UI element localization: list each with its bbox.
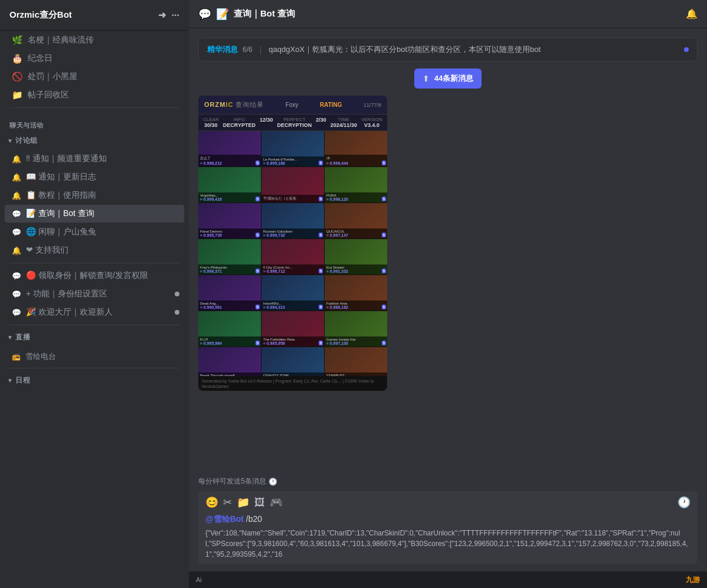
game-cell-10: Frey's Philosynto ≈ 0.998,371 5: [198, 239, 261, 275]
emoji-picker-button[interactable]: 😊: [205, 496, 218, 509]
game-cell-4: VirginNas... ≈ 0.999,416 5: [198, 167, 261, 202]
game-cell-16: R.I.P. ≈ 0.995,984 5: [198, 311, 261, 347]
stat-info: INFO DECRYPTED: [223, 117, 256, 128]
sidebar-item-chat[interactable]: 💬 🌐 闲聊｜户山兔兔: [5, 223, 184, 241]
image-icon[interactable]: 🖼: [254, 496, 265, 509]
pinned-indicator: [684, 47, 689, 52]
sidebar-item-support[interactable]: 🔔 ❤ 支持我们: [5, 241, 184, 259]
channel-bell-icon[interactable]: 🔔: [686, 8, 698, 19]
stat-info-value: DECRYPTED: [223, 122, 256, 128]
sidebar-item-radio[interactable]: 📻 雪绘电台: [5, 349, 184, 364]
cell-title-19: Break Through myself: [200, 374, 259, 376]
game-date-section: 11/77/8: [364, 102, 381, 108]
sidebar-item-query[interactable]: 💬 📝 查询｜Bot 查询: [5, 205, 184, 223]
schedule-toggle[interactable]: ▼ 日程: [0, 372, 189, 389]
discussion-group-toggle[interactable]: ▼ 讨论组: [0, 132, 189, 149]
cell-title-21: STARBU5T: [326, 374, 385, 376]
cell-score-17: ≈ 0.985,958: [263, 341, 322, 345]
sidebar-item-tutorial[interactable]: 🔔 📋 教程｜使用指南: [5, 187, 184, 204]
live-toggle[interactable]: ▼ 直播: [0, 329, 189, 346]
rate-limit-notice: 每分钟可发送5条消息 🕐: [198, 476, 698, 486]
bottom-bar-logo: 九游: [686, 575, 700, 585]
server-forward-icon[interactable]: ➜: [158, 9, 166, 21]
channel-name-icon: 📝: [216, 8, 229, 21]
divider-1: [9, 107, 179, 108]
stat-clear-label: CLEAR: [203, 117, 219, 122]
schedule-label: 日程: [15, 375, 30, 386]
game-grid: 怎么了 ≈ 0.998,212 5 Le Portrait d'Yombe...…: [198, 131, 387, 376]
cell-overlay-5: 千I望みなた（と征化: [261, 195, 324, 202]
sidebar-item-anniversary[interactable]: 🎂 纪念日: [5, 50, 184, 67]
game-cell-1: 怎么了 ≈ 0.998,212 5: [198, 131, 261, 166]
cell-overlay-7: Floral Dammo ≈ 0.995,739: [198, 228, 261, 239]
speaker-tutorial-icon: 🔔: [12, 191, 21, 200]
stat-time-label: TIME: [338, 117, 349, 122]
cell-title-5: 千I望みなた（と征化: [263, 196, 322, 201]
cell-rank-17: 5: [319, 341, 323, 345]
cell-rank-14: 5: [319, 305, 323, 309]
chat-identity-icon: 💬: [12, 272, 21, 280]
server-more-icon[interactable]: ···: [172, 10, 179, 21]
sidebar-item-meme[interactable]: 🌿 名梗｜经典咏流传: [5, 31, 184, 49]
cell-score-1: ≈ 0.998,212: [200, 161, 259, 165]
game-date: 11/77/8: [364, 102, 381, 108]
pinned-sep: |: [260, 45, 262, 54]
stat-clear: CLEAR 30/30: [203, 117, 219, 128]
game-cell-6: PURA ≈ 0.996,120 5: [325, 167, 387, 202]
stat-val1: 12/30: [260, 117, 273, 128]
cell-overlay-19: Break Through myself ≈ 0.984,899: [198, 373, 261, 376]
folder-icon[interactable]: 📁: [237, 496, 250, 509]
chat-activity-label: 聊天与活动: [0, 112, 189, 132]
sidebar-item-notice-important-label: ‼ 通知｜频道重要通知: [26, 153, 179, 164]
sidebar-item-identity[interactable]: 💬 🔴 领取身份｜解锁查询/发言权限: [5, 267, 184, 285]
cell-rank-3: 5: [382, 161, 386, 165]
cell-overlay-4: VirginNas... ≈ 0.999,416: [198, 192, 261, 202]
schedule-arrow-icon: ▼: [7, 377, 13, 384]
cell-overlay-20: GRAVITY ZONE ≈ 0.999,662: [261, 373, 324, 376]
activity-icon[interactable]: 🎮: [270, 496, 283, 509]
sidebar-item-notice-log-label: 📖 通知｜更新日志: [26, 172, 179, 182]
live-section: 📻 雪绘电台: [0, 346, 189, 364]
sidebar-item-notice-important[interactable]: 🔔 ‼ 通知｜频道重要通知: [5, 150, 184, 168]
sidebar-item-identity-label: 🔴 领取身份｜解锁查询/发言权限: [26, 270, 179, 281]
stat-val2-value: 2/30: [316, 117, 326, 123]
cell-bg-20: [261, 347, 324, 376]
sidebar-item-radio-label: 雪绘电台: [25, 351, 56, 362]
pinned-notice[interactable]: 精华消息 6/6 | qaqdgXoX｜乾狐离光：以后不再区分bot功能区和查分…: [198, 38, 698, 61]
server-header-actions: ➜ ···: [158, 9, 179, 21]
broadcast-icon: 📻: [12, 352, 21, 361]
game-cell-7: Floral Dammo ≈ 0.995,739 5: [198, 203, 261, 239]
scissors-icon[interactable]: ✂: [223, 496, 232, 509]
live-arrow-icon: ▼: [7, 334, 13, 341]
server-header[interactable]: Orzmic查分Bot ➜ ···: [0, 0, 189, 31]
cell-score-4: ≈ 0.999,416: [200, 197, 259, 201]
cell-rank-7: 5: [256, 233, 260, 237]
cell-overlay-2: Le Portrait d'Yombe... ≈ 0.995,168: [261, 156, 324, 166]
messages-area: 精华消息 6/6 | qaqdgXoX｜乾狐离光：以后不再区分bot功能区和查分…: [189, 28, 707, 472]
sidebar-item-welcome[interactable]: 💬 🎉 欢迎大厅｜欢迎新人: [5, 303, 184, 321]
game-cell-12: Era Stream ≈ 0.991,332 5: [325, 239, 387, 275]
sidebar-item-punishment[interactable]: 🚫 处罚｜小黑屋: [5, 68, 184, 86]
clock-icon[interactable]: 🕐: [677, 496, 690, 509]
message-text-area[interactable]: @雪绘Bot /b20: [205, 514, 690, 525]
cell-rank-4: 5: [256, 197, 260, 201]
cell-score-18: ≈ 0.997,100: [326, 341, 385, 345]
game-cell-11: Il City (Cronic Ini... ≈ 0.996,712 5: [261, 239, 324, 275]
new-messages-banner[interactable]: ⬆ 44条新消息: [414, 68, 482, 89]
sidebar-item-archive[interactable]: 📁 帖子回收区: [5, 86, 184, 104]
cell-overlay-11: Il City (Cronic Ini... ≈ 0.996,712: [261, 264, 324, 275]
cell-overlay-17: The Forbidden Rota ≈ 0.985,958: [261, 337, 324, 347]
stat-val1-value: 12/30: [260, 117, 273, 123]
sidebar-item-notice-log[interactable]: 🔔 📖 通知｜更新日志: [5, 168, 184, 186]
stat-version: VERSION V3.4.0: [361, 117, 382, 128]
game-player-name: Foxy: [286, 102, 299, 108]
message-input-wrapper: 😊 ✂ 📁 🖼 🎮 🕐 @雪绘Bot /b20 {"Ver":108,"Name…: [198, 491, 698, 564]
message-mention: @雪绘Bot: [205, 514, 244, 524]
chat-query-icon: 💬: [12, 210, 21, 218]
cell-overlay-1: 怎么了 ≈ 0.998,212: [198, 155, 261, 166]
cell-overlay-8: Russian Galzylizer ≈ 0.999,732: [261, 228, 324, 239]
cell-score-15: ≈ 0.988,182: [326, 305, 385, 309]
sidebar-item-function[interactable]: 💬 + 功能｜身份组设置区: [5, 285, 184, 303]
channel-type-icon: 💬: [198, 8, 211, 21]
cell-bg-19: [198, 347, 261, 376]
